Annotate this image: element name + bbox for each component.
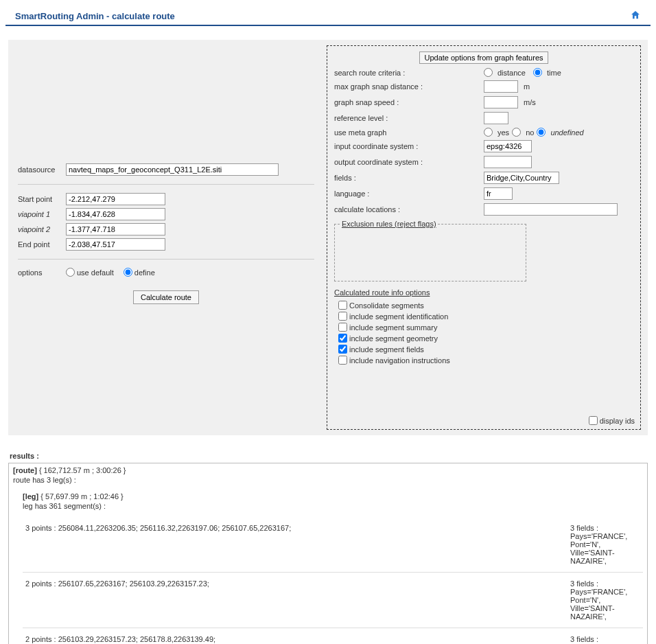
seg-ident-checkbox[interactable] [338,312,347,321]
route-input-panel: datasource Start point viapoint 1 viapoi… [8,40,324,435]
viapoint2-label: viapoint 2 [18,225,66,233]
exclusion-rules-fieldset: Exclusion rules (reject flags) [334,220,526,281]
time-label: time [547,69,561,77]
snap-speed-input[interactable] [484,96,518,108]
output-cs-label: output coordinate system : [334,158,484,166]
page-title: SmartRouting Admin - calculate route [15,11,175,21]
page-header: SmartRouting Admin - calculate route [5,5,651,26]
define-label: define [134,268,155,277]
meta-yes-label: yes [497,128,509,137]
consolidate-label: Consolidate segments [349,301,424,310]
language-label: language : [334,189,484,198]
segment-fields: 3 fields : Pays='FRANCE', Pont='N', Vill… [567,573,643,628]
time-radio[interactable] [533,68,542,77]
max-snap-label: max graph snap distance : [334,82,484,91]
max-snap-unit: m [524,82,530,91]
end-point-input[interactable] [66,238,165,251]
snap-speed-unit: m/s [524,98,536,106]
calc-loc-input[interactable] [484,203,618,216]
max-snap-input[interactable] [484,80,518,93]
start-point-label: Start point [18,195,66,203]
snap-speed-label: graph snap speed : [334,98,484,106]
output-cs-input[interactable] [484,156,532,168]
options-panel: Update options from graph features searc… [324,40,648,435]
distance-radio[interactable] [484,68,493,77]
meta-no-radio[interactable] [512,128,521,137]
meta-yes-radio[interactable] [484,128,493,137]
leg-tag: [leg] [23,492,38,501]
route-tag: [route] [13,466,37,474]
table-row: 2 points : 256103.29,2263157.23; 256178.… [23,628,643,645]
leg-segments-count: leg has 361 segment(s) : [23,502,643,510]
seg-summary-label: include segment summary [349,323,437,332]
meta-undefined-radio[interactable] [537,128,546,137]
calc-loc-label: calculate locations : [334,205,484,214]
use-meta-label: use meta graph [334,128,484,137]
calculate-route-button[interactable]: Calculate route [133,290,199,304]
ref-level-label: reference level : [334,114,484,122]
search-criteria-label: search route criteria : [334,69,484,77]
segment-points: 2 points : 256107.65,2263167; 256103.29,… [23,573,567,628]
route-summary: { 162,712.57 m ; 3:00:26 } [39,466,126,474]
segment-points: 2 points : 256103.29,2263157.23; 256178.… [23,628,567,645]
seg-fields-checkbox[interactable] [338,345,347,354]
viapoint1-label: viapoint 1 [18,210,66,218]
datasource-label: datasource [18,165,66,174]
results-header: results : [10,452,656,460]
language-input[interactable] [484,187,513,200]
options-label: options [18,268,66,277]
distance-label: distance [497,69,526,77]
meta-no-label: no [526,128,534,137]
seg-geometry-label: include segment geometry [349,334,438,343]
input-cs-input[interactable] [484,140,532,152]
seg-fields-label: include segment fields [349,345,424,354]
datasource-input[interactable] [66,163,279,176]
route-legs-count: route has 3 leg(s) : [13,476,643,484]
consolidate-checkbox[interactable] [338,301,347,310]
fields-input[interactable] [484,172,559,184]
table-row: 2 points : 256107.65,2263167; 256103.29,… [23,573,643,628]
calculated-info-header: Calculated route info options [334,288,633,297]
seg-geometry-checkbox[interactable] [338,334,347,343]
exclusion-rules-legend: Exclusion rules (reject flags) [340,220,438,228]
update-options-button[interactable]: Update options from graph features [419,51,548,64]
segments-table: 3 points : 256084.11,2263206.35; 256116.… [23,517,643,644]
nav-instr-label: include navigation instructions [349,356,450,365]
segment-fields: 3 fields : Pays='FRANCE', Pont='N', Vill… [567,517,643,573]
use-default-label: use default [77,268,114,277]
meta-undefined-label: undefined [550,128,583,137]
use-default-radio[interactable] [66,268,75,277]
segment-points: 3 points : 256084.11,2263206.35; 256116.… [23,517,567,573]
input-cs-label: input coordinate system : [334,142,484,150]
nav-instr-checkbox[interactable] [338,356,347,365]
fields-label: fields : [334,174,484,182]
home-icon[interactable] [630,10,641,22]
end-point-label: End point [18,240,66,249]
display-ids-label: display ids [600,417,635,425]
viapoint1-input[interactable] [66,208,165,220]
display-ids-checkbox[interactable] [589,416,598,425]
seg-ident-label: include segment identification [349,312,448,321]
seg-summary-checkbox[interactable] [338,323,347,332]
table-row: 3 points : 256084.11,2263206.35; 256116.… [23,517,643,573]
leg-summary: { 57,697.99 m ; 1:02:46 } [40,492,123,501]
results-box: [route] { 162,712.57 m ; 3:00:26 } route… [8,463,648,644]
start-point-input[interactable] [66,193,165,205]
viapoint2-input[interactable] [66,223,165,235]
main-content: datasource Start point viapoint 1 viapoi… [0,26,656,442]
segment-fields: 3 fields : Pays='FRANCE', Pont='N', [567,628,643,645]
ref-level-input[interactable] [484,112,508,124]
define-radio[interactable] [124,268,132,277]
